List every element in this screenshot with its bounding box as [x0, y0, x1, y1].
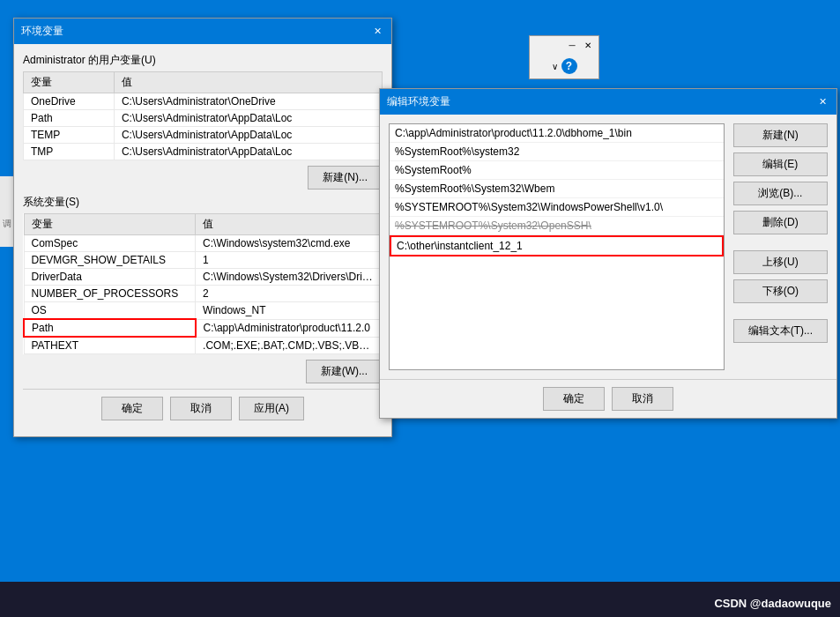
sys-section-label: 系统变量(S): [23, 195, 383, 210]
sys-var-name: DriverData: [24, 269, 196, 286]
env-cancel-button[interactable]: 取消: [170, 397, 232, 420]
sys-var-value: C:\app\Administrator\product\11.2.0: [196, 319, 383, 337]
env-dialog-bottom-btns: 确定 取消 应用(A): [23, 389, 383, 427]
path-list-item[interactable]: %SystemRoot%: [390, 161, 724, 180]
env-apply-button[interactable]: 应用(A): [239, 397, 304, 420]
edit-dialog-close-button[interactable]: ✕: [815, 95, 829, 109]
side-hint: 调: [0, 176, 14, 247]
sys-var-value: C:\Windows\System32\Drivers\Driver: [196, 269, 383, 286]
new-sys-btn-row: 新建(W)...: [23, 360, 383, 383]
path-edit-text-button[interactable]: 编辑文本(T)...: [733, 319, 828, 343]
edit-buttons: 新建(N) 编辑(E) 浏览(B)... 删除(D) 上移(U) 下移(O) 编…: [733, 123, 828, 370]
user-col-var: 变量: [24, 72, 115, 93]
path-delete-button[interactable]: 删除(D): [733, 211, 828, 234]
sys-var-name: DEVMGR_SHOW_DETAILS: [24, 252, 196, 269]
small-hint-titlebar: ─ ✕: [530, 36, 598, 54]
path-list-item[interactable]: C:\other\instantclient_12_1: [390, 235, 724, 256]
edit-ok-button[interactable]: 确定: [543, 387, 605, 411]
small-hint-window: ─ ✕ ∨ ?: [529, 35, 599, 79]
user-col-val: 值: [114, 72, 382, 93]
user-var-name: TMP: [24, 144, 115, 160]
path-list-container: C:\app\Administrator\product\11.2.0\dbho…: [389, 123, 725, 370]
sys-var-value: 2: [196, 286, 383, 302]
sys-var-name: Path: [24, 319, 196, 337]
hint-close-button[interactable]: ✕: [581, 38, 595, 52]
edit-dialog-bottom: 确定 取消: [380, 379, 836, 418]
path-browse-button[interactable]: 浏览(B)...: [733, 182, 828, 205]
sys-table-row[interactable]: PathC:\app\Administrator\product\11.2.0: [24, 319, 383, 337]
path-list-item[interactable]: %SYSTEMROOT%\System32\OpenSSH\: [390, 217, 724, 235]
user-var-name: Path: [24, 110, 115, 127]
sys-var-name: OS: [24, 302, 196, 320]
sys-variables-table: 变量 值 ComSpecC:\Windows\system32\cmd.exeD…: [23, 213, 383, 354]
edit-dialog: 编辑环境变量 ✕ C:\app\Administrator\product\11…: [379, 88, 837, 419]
user-section-label: Administrator 的用户变量(U): [23, 53, 383, 68]
sys-table-row[interactable]: NUMBER_OF_PROCESSORS2: [24, 286, 383, 302]
titlebar-controls: ✕: [370, 25, 384, 39]
user-var-name: OneDrive: [24, 93, 115, 110]
hint-chevron: ∨: [552, 62, 558, 71]
edit-dialog-title: 编辑环境变量: [387, 94, 450, 109]
sys-table-row[interactable]: DEVMGR_SHOW_DETAILS1: [24, 252, 383, 269]
sys-var-value: C:\Windows\system32\cmd.exe: [196, 235, 383, 252]
close-button[interactable]: ✕: [370, 25, 384, 39]
user-var-value: C:\Users\Administrator\AppData\Loc: [114, 144, 382, 160]
path-list-item[interactable]: %SystemRoot%\System32\Wbem: [390, 180, 724, 198]
user-table-row[interactable]: OneDriveC:\Users\Administrator\OneDrive: [24, 93, 383, 110]
edit-dialog-titlebar: 编辑环境变量 ✕: [380, 89, 836, 115]
path-list-item[interactable]: %SystemRoot%\system32: [390, 143, 724, 161]
user-table-row[interactable]: TEMPC:\Users\Administrator\AppData\Loc: [24, 127, 383, 144]
watermark: CSDN @dadaowuque: [714, 597, 831, 610]
path-edit-button[interactable]: 编辑(E): [733, 152, 828, 176]
hint-min-button[interactable]: ─: [565, 38, 579, 52]
sys-col-var: 变量: [24, 214, 196, 235]
path-up-button[interactable]: 上移(U): [733, 250, 828, 274]
env-dialog-title: 环境变量: [21, 24, 63, 39]
env-ok-button[interactable]: 确定: [101, 397, 163, 420]
user-var-value: C:\Users\Administrator\OneDrive: [114, 93, 382, 110]
user-table-row[interactable]: PathC:\Users\Administrator\AppData\Loc: [24, 110, 383, 127]
sys-var-name: PATHEXT: [24, 337, 196, 354]
user-var-name: TEMP: [24, 127, 115, 144]
small-hint-body: ∨ ?: [530, 54, 598, 78]
sys-table-row[interactable]: DriverDataC:\Windows\System32\Drivers\Dr…: [24, 269, 383, 286]
user-variables-table: 变量 值 OneDriveC:\Users\Administrator\OneD…: [23, 71, 383, 160]
sys-table-row[interactable]: ComSpecC:\Windows\system32\cmd.exe: [24, 235, 383, 252]
sys-col-val: 值: [196, 214, 383, 235]
env-dialog-titlebar: 环境变量 ✕: [14, 19, 391, 44]
sys-var-value: Windows_NT: [196, 302, 383, 320]
sys-var-value: .COM;.EXE;.BAT;.CMD;.VBS;.VBE;.JS;.J: [196, 337, 383, 354]
user-var-value: C:\Users\Administrator\AppData\Loc: [114, 110, 382, 127]
sys-var-name: NUMBER_OF_PROCESSORS: [24, 286, 196, 302]
path-list-item[interactable]: C:\app\Administrator\product\11.2.0\dbho…: [390, 124, 724, 143]
edit-cancel-button[interactable]: 取消: [612, 387, 673, 411]
user-var-value: C:\Users\Administrator\AppData\Loc: [114, 127, 382, 144]
path-down-button[interactable]: 下移(O): [733, 279, 828, 303]
new-sys-button[interactable]: 新建(W)...: [306, 360, 383, 383]
sys-table-row[interactable]: PATHEXT.COM;.EXE;.BAT;.CMD;.VBS;.VBE;.JS…: [24, 337, 383, 354]
edit-dialog-content: C:\app\Administrator\product\11.2.0\dbho…: [380, 115, 836, 379]
new-user-btn-row: 新建(N)...: [23, 166, 383, 190]
path-new-button[interactable]: 新建(N): [733, 123, 828, 147]
sys-var-name: ComSpec: [24, 235, 196, 252]
env-dialog-content: Administrator 的用户变量(U) 变量 值 OneDriveC:\U…: [14, 44, 391, 436]
sys-table-row[interactable]: OSWindows_NT: [24, 302, 383, 320]
env-dialog: 环境变量 ✕ Administrator 的用户变量(U) 变量 值 OneDr…: [13, 18, 392, 437]
path-list-item[interactable]: %SYSTEMROOT%\System32\WindowsPowerShell\…: [390, 198, 724, 217]
new-user-button[interactable]: 新建(N)...: [308, 166, 383, 190]
sys-var-value: 1: [196, 252, 383, 269]
path-list[interactable]: C:\app\Administrator\product\11.2.0\dbho…: [389, 123, 725, 370]
help-icon[interactable]: ?: [561, 58, 577, 74]
user-table-row[interactable]: TMPC:\Users\Administrator\AppData\Loc: [24, 144, 383, 160]
